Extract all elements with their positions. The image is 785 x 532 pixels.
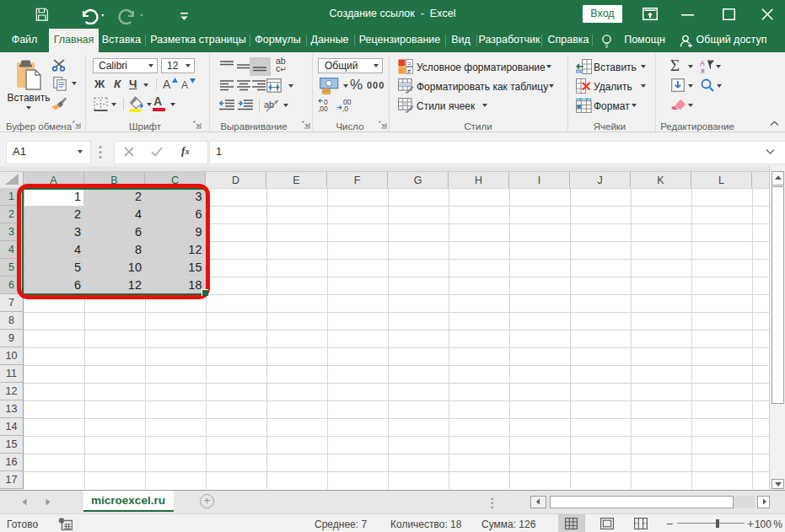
svg-text:=: = — [407, 60, 411, 67]
svg-text:я: я — [701, 67, 705, 74]
svg-text:,00: ,00 — [318, 105, 328, 112]
svg-text:≠: ≠ — [407, 67, 411, 74]
svg-text:,0: ,0 — [342, 105, 348, 112]
